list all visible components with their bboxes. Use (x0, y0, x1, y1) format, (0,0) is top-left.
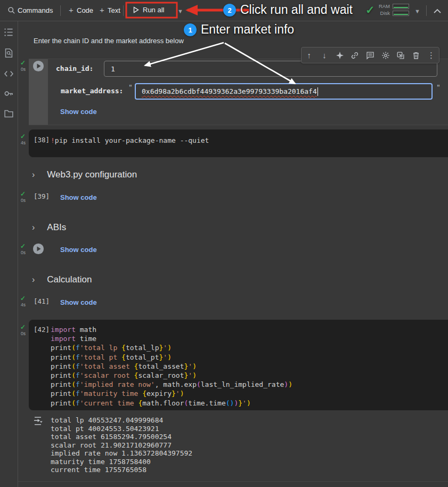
section-header-web3[interactable]: › Web3.py configuration (32, 169, 137, 180)
left-sidebar (0, 21, 18, 487)
search-icon (7, 6, 15, 14)
show-code-link[interactable]: Show code (60, 298, 97, 306)
move-cell-up-icon[interactable]: ↑ (304, 51, 314, 60)
copy-link-icon[interactable] (350, 51, 360, 60)
section-title: Calculation (47, 274, 92, 285)
section-header-calculation[interactable]: › Calculation (32, 274, 92, 285)
disk-label: Disk (377, 10, 390, 16)
show-code-link[interactable]: Show code (60, 246, 97, 254)
resources-dropdown-caret[interactable]: ▼ (414, 8, 420, 14)
section-header-abis[interactable]: › ABIs (32, 222, 66, 233)
table-of-contents-icon[interactable] (4, 27, 14, 37)
opening-quote: " (128, 83, 133, 91)
code-snippets-icon[interactable] (4, 69, 14, 79)
ram-usage-bar (393, 4, 409, 9)
section-title: Web3.py configuration (47, 169, 137, 180)
delete-cell-trash-icon[interactable] (411, 51, 421, 60)
disk-usage-bar (393, 11, 409, 16)
footer-divider (18, 481, 448, 482)
market-address-value: 0x6d98a2b6cdbf44939362a3e99793339ba2016a… (142, 87, 317, 95)
chain-id-label: chain_id: (56, 64, 93, 72)
text-cursor (317, 87, 319, 96)
cell-runtime: 4s (21, 303, 26, 307)
mirror-cell-icon[interactable] (396, 51, 405, 60)
toolbar-divider (60, 5, 61, 16)
cell-runtime: 0s (21, 198, 26, 203)
section-title: ABIs (47, 222, 66, 233)
markdown-instruction-text: Enter the chain ID and the market addres… (34, 37, 184, 45)
collapse-header-chevron-icon[interactable] (433, 7, 442, 14)
step-1-badge: 1 (184, 23, 197, 36)
code-editor: import mathimport timeprint(f'total lp {… (51, 325, 292, 408)
step-2-check-icon: ✓ (365, 4, 375, 17)
run-cell-button[interactable] (32, 60, 44, 72)
find-replace-icon[interactable] (4, 48, 14, 58)
cell-success-check-icon: ✓ (20, 243, 26, 249)
chevron-right-icon[interactable]: › (32, 171, 35, 179)
run-all-dropdown-caret[interactable]: ▼ (177, 8, 183, 14)
secrets-key-icon[interactable] (4, 88, 14, 99)
files-folder-icon[interactable] (4, 109, 14, 119)
cell-runtime: 0s (21, 331, 26, 336)
step-2-label: Click run all and wait (240, 3, 353, 17)
add-code-plus-icon: + (69, 5, 74, 14)
market-address-label: market_address: (61, 87, 123, 95)
cell-runtime: 0s (21, 67, 26, 72)
cell-toolbar: ↑ ↓ ⋮ (301, 47, 439, 63)
execution-count: [41] (34, 297, 50, 305)
move-cell-down-icon[interactable]: ↓ (320, 51, 329, 60)
add-text-button[interactable]: Text (108, 6, 120, 14)
cell-output-text: total lp 40553247.049999684total pt 4002… (51, 416, 192, 474)
cell-runtime: 0s (21, 250, 26, 255)
run-all-button[interactable]: Run all (133, 6, 164, 14)
execution-count: [38] (34, 136, 50, 144)
market-address-input[interactable]: 0x6d98a2b6cdbf44939362a3e99793339ba2016a… (135, 83, 433, 100)
output-actions-icon[interactable] (33, 416, 44, 426)
step-2-badge: 2 (223, 4, 236, 17)
show-code-link[interactable]: Show code (60, 108, 97, 116)
closing-quote: " (436, 83, 441, 91)
resources-indicator[interactable]: RAM Disk (377, 3, 409, 16)
pip-install-code-cell[interactable]: [38] !pip install your-package-name --qu… (29, 129, 448, 157)
gemini-spark-icon[interactable] (335, 51, 345, 60)
ram-label: RAM (377, 3, 390, 9)
cell-runtime: 4s (21, 141, 26, 145)
settings-gear-icon[interactable] (381, 51, 390, 60)
chain-id-value: 1 (111, 65, 115, 73)
colab-notebook: Commands + Code + Text Run all ▼ RAM Dis… (0, 0, 448, 487)
calculation-code-cell[interactable]: [42] import mathimport timeprint(f'total… (29, 320, 448, 410)
run-cell-button[interactable] (32, 243, 44, 255)
toolbar-divider (426, 5, 427, 16)
more-actions-icon[interactable]: ⋮ (427, 51, 436, 60)
add-text-plus-icon: + (100, 5, 104, 14)
chevron-right-icon[interactable]: › (32, 275, 35, 284)
step-1-label: Enter market info (201, 22, 294, 37)
cell-success-check-icon: ✓ (20, 324, 26, 330)
commands-button[interactable]: Commands (18, 6, 53, 14)
code-editor: !pip install your-package-name --quiet (51, 136, 209, 145)
add-code-button[interactable]: Code (77, 6, 93, 14)
cell-success-check-icon: ✓ (20, 133, 26, 140)
play-outline-icon (133, 6, 139, 13)
add-comment-icon[interactable] (365, 51, 375, 60)
toolbar-divider (123, 5, 124, 16)
show-code-link[interactable]: Show code (60, 193, 97, 201)
cell-success-check-icon: ✓ (20, 191, 26, 197)
chevron-right-icon[interactable]: › (32, 223, 35, 232)
execution-count: [39] (34, 192, 50, 200)
cell-success-check-icon: ✓ (20, 295, 26, 302)
execution-count: [42] (34, 326, 50, 334)
cell-success-check-icon: ✓ (20, 60, 26, 66)
